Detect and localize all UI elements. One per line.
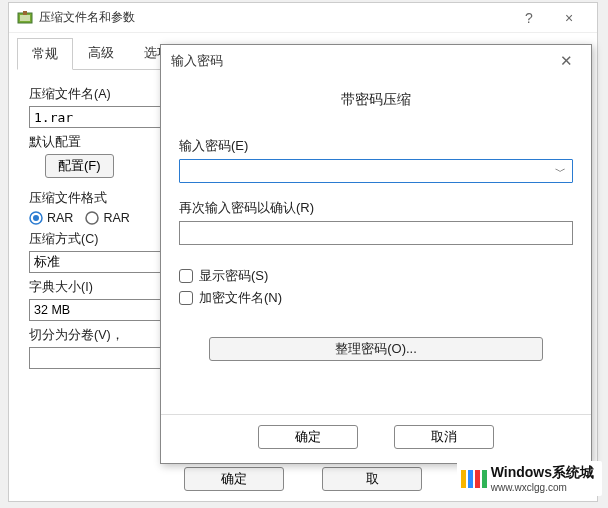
tab-general[interactable]: 常规 (17, 38, 73, 70)
watermark-url: www.wxclgg.com (491, 482, 594, 493)
svg-point-4 (33, 215, 39, 221)
enter-password-label: 输入密码(E) (179, 137, 573, 155)
watermark-logo-icon (461, 470, 487, 488)
show-password-checkbox[interactable]: 显示密码(S) (179, 267, 573, 285)
password-close-button[interactable]: ✕ (551, 52, 581, 70)
checkbox-icon (179, 291, 193, 305)
main-cancel-button[interactable]: 取 (322, 467, 422, 491)
password-titlebar: 输入密码 ✕ (161, 45, 591, 77)
svg-rect-2 (23, 11, 27, 15)
format-rar4-radio[interactable]: RAR (85, 211, 129, 225)
enter-password-input[interactable]: ﹀ (179, 159, 573, 183)
password-ok-button[interactable]: 确定 (258, 425, 358, 449)
checkbox-icon (179, 269, 193, 283)
main-close-button[interactable]: × (549, 10, 589, 26)
format-rar-radio[interactable]: RAR (29, 211, 73, 225)
password-title-text: 输入密码 (171, 52, 223, 70)
help-button[interactable]: ? (509, 10, 549, 26)
watermark-text: Windows系统城 (491, 464, 594, 480)
confirm-password-label: 再次输入密码以确认(R) (179, 199, 573, 217)
svg-point-5 (86, 212, 98, 224)
password-footer: 确定 取消 (161, 414, 591, 463)
svg-rect-1 (20, 15, 30, 21)
profile-button[interactable]: 配置(F) (45, 154, 114, 178)
main-titlebar: 压缩文件名和参数 ? × (9, 3, 597, 33)
tab-advanced[interactable]: 高级 (73, 37, 129, 69)
confirm-password-input[interactable] (179, 221, 573, 245)
encrypt-names-checkbox[interactable]: 加密文件名(N) (179, 289, 573, 307)
watermark: Windows系统城 www.wxclgg.com (457, 461, 602, 496)
main-ok-button[interactable]: 确定 (184, 467, 284, 491)
organize-passwords-button[interactable]: 整理密码(O)... (209, 337, 544, 361)
password-heading: 带密码压缩 (179, 91, 573, 109)
password-dialog: 输入密码 ✕ 带密码压缩 输入密码(E) ﹀ 再次输入密码以确认(R) 显示密码… (160, 44, 592, 464)
chevron-down-icon[interactable]: ﹀ (555, 164, 566, 179)
password-cancel-button[interactable]: 取消 (394, 425, 494, 449)
winrar-icon (17, 10, 33, 26)
main-title-text: 压缩文件名和参数 (39, 9, 135, 26)
